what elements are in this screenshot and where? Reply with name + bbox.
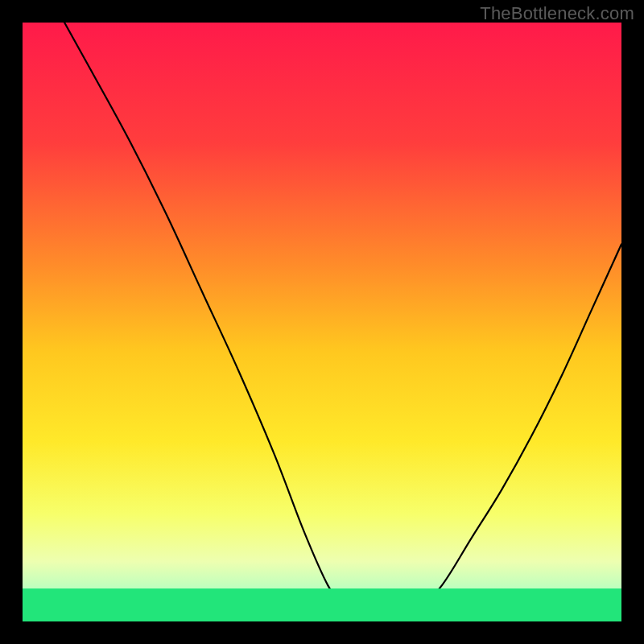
watermark-text: TheBottleneck.com xyxy=(480,3,634,24)
chart-frame: TheBottleneck.com xyxy=(0,0,644,644)
svg-rect-3 xyxy=(23,588,621,621)
bottleneck-chart xyxy=(0,0,644,644)
svg-rect-2 xyxy=(23,23,621,621)
